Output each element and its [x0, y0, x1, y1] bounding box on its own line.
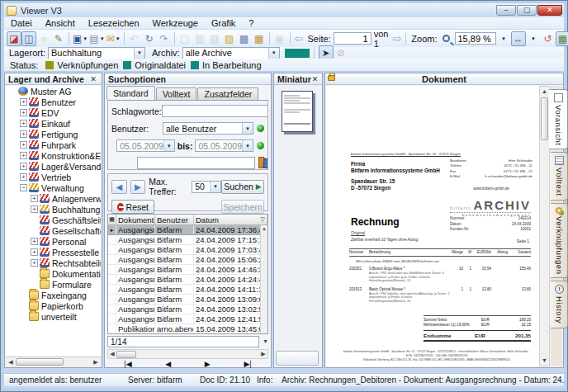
table-row[interactable]: AusgangsrechBitfarm24.04.2009 12:41:59 — [108, 314, 267, 324]
menu-item-lesezeichen[interactable]: Lesezeichen — [82, 18, 146, 28]
table-row[interactable]: AusgangsrechBitfarm24.04.2009 14:46:33 — [108, 265, 267, 275]
tree-expander-icon[interactable]: + — [20, 109, 27, 116]
tree-item[interactable]: +Rechtsabteilung — [6, 257, 101, 268]
volltext-input[interactable] — [137, 157, 255, 169]
table-row[interactable]: AusgangsrechBitfarm24.04.2009 17:03:43 — [108, 245, 267, 255]
page-prev-icon[interactable]: ⇦ — [295, 32, 304, 45]
miniatur-panel-close-icon[interactable]: ✕ — [311, 75, 319, 83]
table-row[interactable]: AusgangsrechBitfarm24.04.2009 13:02:50 — [108, 305, 267, 314]
drucken-icon[interactable]: ▤▼ — [88, 31, 105, 46]
tree-item[interactable]: Gesellschafter — [6, 225, 101, 236]
tree-item[interactable]: +Lager&Versand — [6, 161, 101, 172]
tree-item[interactable]: +Fuhrpark — [6, 139, 101, 150]
results-vscrollbar[interactable]: ▲ — [260, 225, 267, 333]
column-header[interactable]: Benutzer — [155, 215, 194, 224]
tree-item[interactable]: +Personal — [6, 236, 101, 247]
tree-expander-icon[interactable]: + — [20, 152, 27, 159]
reset-button[interactable]: Reset — [111, 200, 154, 214]
menu-item-datei[interactable]: Datei — [4, 18, 39, 28]
miniatur-footer-button[interactable] — [276, 351, 319, 366]
lagerort-select[interactable]: Buchhaltung▼ — [48, 47, 145, 59]
side-tab-voransicht[interactable]: Voransicht — [549, 89, 568, 149]
tree-item[interactable]: −Verwaltung — [6, 182, 101, 193]
tree-expander-icon[interactable]: + — [31, 248, 38, 256]
tree-item[interactable]: Faxeingang — [6, 290, 101, 300]
date-from-select[interactable]: 05.05.2009▼ — [116, 139, 175, 152]
zoom-input[interactable] — [455, 32, 496, 45]
tree-item[interactable]: +EDV — [6, 107, 101, 118]
schlagworte-input[interactable] — [162, 105, 268, 117]
result-next-button[interactable]: ▶ — [130, 180, 146, 194]
tree-item[interactable]: +Pressestelle — [6, 247, 101, 257]
tree-item[interactable]: +Vertrieb — [6, 172, 101, 182]
tree-hscrollbar[interactable]: ◀ ▶ — [6, 357, 101, 366]
title-bar[interactable]: Viewer V3 – ▢ ✕ — [4, 3, 564, 17]
first-record-button[interactable]: |◀ — [124, 360, 131, 368]
table-row[interactable]: ▸AusgangsrechBitfarm24.04.2009 17:36:49 — [108, 225, 267, 235]
tree-item[interactable]: +Buchhaltung — [6, 204, 101, 215]
tab-volltext[interactable]: Volltext — [156, 87, 197, 100]
rotate-left-button[interactable]: ↺ — [541, 31, 556, 46]
tree-expander-icon[interactable]: − — [20, 184, 27, 191]
ablage-icon[interactable]: ▨ — [222, 31, 237, 46]
fit-dropdown[interactable]: ▼ — [526, 31, 541, 46]
tree-expander-icon[interactable]: + — [20, 163, 27, 170]
page-thumbnail[interactable] — [282, 91, 313, 132]
ansicht-wechseln-icon[interactable]: ◪ — [7, 31, 21, 46]
senden-icon[interactable]: ✉▼ — [106, 31, 121, 46]
tree-expander-icon[interactable]: + — [20, 141, 27, 149]
table-row[interactable]: AusgangsrechBitfarm24.04.2009 14:24:49 — [108, 275, 267, 285]
zoom-dropdown[interactable]: ▼ — [496, 31, 511, 46]
table-row[interactable]: AusgangsrechBitfarm24.04.2009 13:09:06 — [108, 295, 267, 305]
stapel-icon[interactable]: ▩ — [237, 31, 252, 46]
tree-item[interactable]: Formulare — [6, 279, 101, 290]
favorit-icon[interactable]: ★ — [36, 31, 51, 46]
tree-item[interactable]: +Einkauf — [6, 118, 101, 129]
menu-item-?[interactable]: ? — [242, 18, 260, 28]
table-row[interactable]: AusgangsrechBitfarm24.04.2009 14:11:10 — [108, 285, 267, 295]
aktualisieren-icon[interactable]: ↻ — [142, 31, 157, 46]
menu-item-werkzeuge[interactable]: Werkzeuge — [146, 18, 205, 28]
tree-expander-icon[interactable]: + — [31, 195, 38, 202]
page-next-icon[interactable]: ⇨ — [392, 32, 401, 45]
tree-expander-icon[interactable]: + — [31, 259, 38, 267]
tree-item[interactable]: +Anlagenverwaltung — [6, 193, 101, 204]
minimize-button[interactable]: – — [496, 5, 516, 16]
redo-icon[interactable]: ↷ — [157, 31, 172, 46]
menu-item-grafik[interactable]: Grafik — [205, 18, 242, 28]
tree-expander-icon[interactable]: + — [31, 238, 38, 245]
tree-expander-icon[interactable]: + — [31, 205, 38, 213]
tree-expander-icon[interactable]: + — [20, 98, 27, 106]
table-row[interactable]: AusgangsrechBitfarm24.04.2009 17:15:19 — [108, 235, 267, 245]
notiz-bearbeiten-icon[interactable]: ✎ — [51, 31, 66, 46]
tree-item[interactable]: unverteilt — [6, 311, 101, 322]
table-row[interactable]: AusgangsrechBitfarm24.04.2009 15:06:22 — [108, 255, 267, 265]
tree-item[interactable]: +Fertigung — [6, 129, 101, 139]
pager-dropdown-icon[interactable]: ▼ — [263, 338, 268, 344]
sperren-icon[interactable]: ▣ — [272, 31, 287, 46]
menu-item-ansicht[interactable]: Ansicht — [39, 18, 82, 28]
side-tab-verknüpfungen[interactable]: Verknüpfungen — [551, 203, 568, 278]
result-prev-button[interactable]: ◀ — [111, 180, 127, 194]
speichern-button[interactable]: Speichern — [221, 200, 264, 214]
side-tab-history[interactable]: History — [551, 281, 568, 328]
tree-expander-icon[interactable]: + — [20, 173, 27, 181]
benutzer-select[interactable]: alle Benutzer▼ — [163, 122, 253, 135]
last-record-button[interactable]: ▶| — [244, 360, 251, 368]
tab-standard[interactable]: Standard — [106, 86, 155, 100]
tree-item[interactable]: Papierkorb — [6, 300, 101, 311]
tree-expander-icon[interactable]: + — [20, 120, 27, 127]
document-viewer[interactable]: bitfarm Informationssysteme GmbH - Spand… — [326, 86, 539, 366]
tree-item[interactable]: Dokumentationen&Org — [6, 268, 101, 279]
tab-zusatzfelder[interactable]: Zusatzfelder — [197, 87, 258, 100]
side-tab-volltext[interactable]: Volltext — [551, 152, 568, 201]
dokument-neu-icon[interactable]: ▢ — [178, 31, 192, 46]
date-to-select[interactable]: 05.05.2009▼ — [195, 139, 253, 152]
tree-item[interactable]: +Benutzer — [6, 97, 101, 107]
mappe-icon[interactable]: ▦ — [252, 31, 267, 46]
dokument-kopieren-icon[interactable]: ▥ — [192, 31, 207, 46]
max-treffer-select[interactable]: 50▼ — [192, 181, 221, 193]
fit-width-button[interactable]: ↔ — [511, 31, 526, 46]
tree-item[interactable]: +Konstruktion&Entwicklung — [6, 150, 101, 161]
tree-item[interactable]: Muster AG — [6, 86, 101, 97]
